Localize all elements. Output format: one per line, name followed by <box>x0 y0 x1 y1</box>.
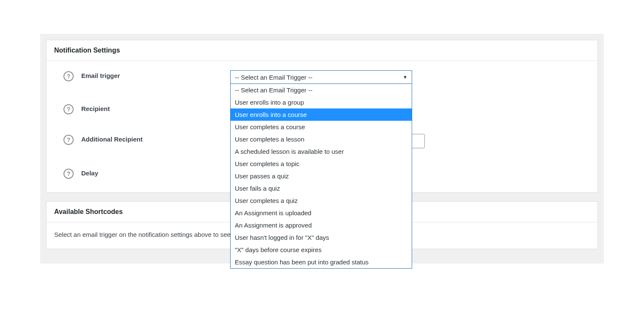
notification-settings-body: ? Email trigger -- Select an Email Trigg… <box>47 61 597 192</box>
email-trigger-option[interactable]: -- Select an Email Trigger -- <box>231 84 412 96</box>
label-email-trigger: Email trigger <box>81 70 229 103</box>
notification-settings-title: Notification Settings <box>47 40 597 61</box>
help-icon[interactable]: ? <box>63 169 74 179</box>
email-trigger-option[interactable]: A scheduled lesson is available to user <box>231 145 412 158</box>
label-recipient: Recipient <box>81 103 229 133</box>
label-delay: Delay <box>81 168 229 179</box>
settings-form-table: ? Email trigger -- Select an Email Trigg… <box>54 69 590 180</box>
email-trigger-selected-text: -- Select an Email Trigger -- <box>235 74 312 81</box>
help-icon[interactable]: ? <box>63 71 74 81</box>
email-trigger-option[interactable]: An Assignment is approved <box>231 219 412 231</box>
label-additional-recipient: Additional Recipient <box>81 134 229 167</box>
email-trigger-option[interactable]: Essay question has been put into graded … <box>231 256 412 268</box>
email-trigger-dropdown[interactable]: -- Select an Email Trigger --User enroll… <box>230 83 412 269</box>
row-email-trigger: ? Email trigger -- Select an Email Trigg… <box>55 70 589 103</box>
email-trigger-option[interactable]: User enrolls into a group <box>231 96 412 108</box>
email-trigger-option[interactable]: An Assignment is uploaded <box>231 207 412 219</box>
email-trigger-option[interactable]: User completes a quiz <box>231 194 412 207</box>
email-trigger-option[interactable]: User enrolls into a course <box>231 108 412 121</box>
email-trigger-option[interactable]: User fails a quiz <box>231 182 412 194</box>
email-trigger-option[interactable]: User completes a course <box>231 121 412 133</box>
email-trigger-option[interactable]: User hasn't logged in for "X" days <box>231 231 412 244</box>
email-trigger-option[interactable]: "X" days before course expires <box>231 244 412 256</box>
email-trigger-option[interactable]: User completes a lesson <box>231 133 412 145</box>
page-background: Notification Settings ? Email trigger --… <box>40 34 604 264</box>
email-trigger-option[interactable]: User passes a quiz <box>231 170 412 182</box>
email-trigger-option[interactable]: User completes a topic <box>231 158 412 170</box>
chevron-down-icon: ▼ <box>403 75 407 80</box>
email-trigger-select[interactable]: -- Select an Email Trigger -- ▼ <box>230 70 412 84</box>
notification-settings-panel: Notification Settings ? Email trigger --… <box>46 40 598 193</box>
help-icon[interactable]: ? <box>63 135 74 145</box>
help-icon[interactable]: ? <box>63 104 74 114</box>
